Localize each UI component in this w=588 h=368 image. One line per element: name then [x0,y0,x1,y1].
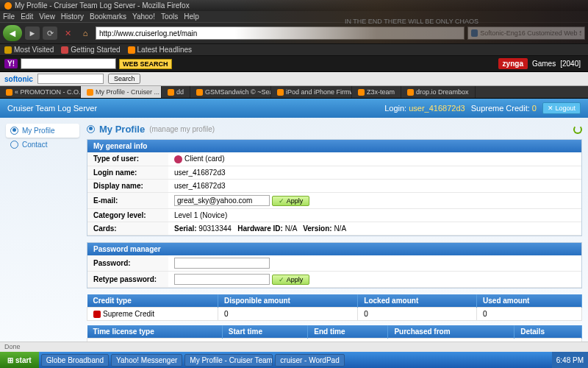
general-info-panel: My general info Type of user:Client (car… [87,139,582,236]
col-purchased-from: Purchased from [388,325,514,339]
folder-icon [4,46,12,54]
col-end-time: End time [308,325,388,339]
yahoo-search-input[interactable] [21,58,116,69]
col-locked: Locked amount [358,294,477,308]
menu-tools[interactable]: Tools [161,13,178,21]
softonic-logo[interactable]: softonic [4,75,33,83]
sidebar-item-label: My Profile [22,127,54,135]
system-tray[interactable]: 6:48 PM [552,352,588,368]
email-input[interactable] [174,195,270,206]
menu-edit[interactable]: Edit [21,13,33,21]
sidebar-item-my-profile[interactable]: My Profile [6,124,79,138]
col-start-time: Start time [222,325,307,339]
credit-table: Credit type Disponible amount Locked amo… [87,294,582,321]
col-license-type: Time license type [87,325,223,339]
taskbar-item[interactable]: My Profile - Cruiser Team... [184,354,273,367]
sidebar-item-label: Contact [22,141,47,149]
sidebar: My Profile Contact [6,124,79,349]
zynga-logo[interactable]: zynga [498,58,528,69]
bookmark-most-visited[interactable]: Most Visited [4,46,54,54]
retype-password-input[interactable] [174,274,270,285]
tab-promotion[interactable]: « PROMOTION - C.O... [0,86,81,98]
col-disponible: Disponible amount [218,294,357,308]
tab-my-profile[interactable]: My Profile - Cruiser ... [81,86,162,98]
menu-view[interactable]: View [39,13,55,21]
taskbar-item[interactable]: cruiser - WordPad [275,354,344,367]
field-value: Serial: 90313344 Hardware ID: N/A Versio… [168,222,581,235]
taskbar-item[interactable]: Globe Broadband [41,354,109,367]
menu-yahoo[interactable]: Yahoo! [132,13,155,21]
table-row: Supreme Credit 0 0 0 [87,307,582,320]
apply-email-button[interactable]: Apply [272,196,310,206]
bookmark-latest-headlines[interactable]: Latest Headlines [128,46,193,54]
menu-bookmarks[interactable]: Bookmarks [90,13,126,21]
refresh-icon[interactable] [573,125,582,134]
tab-icon [87,89,93,96]
field-label: Password: [87,255,168,272]
search-bar[interactable] [467,26,585,40]
tab-dd[interactable]: dd [162,86,190,98]
field-value: Apply [168,192,581,208]
sidebar-item-contact[interactable]: Contact [6,138,79,152]
bookmarks-toolbar: Most Visited Getting Started Latest Head… [0,44,588,56]
menu-history[interactable]: History [61,13,84,21]
browser-statusbar: Done [0,342,588,352]
zynga-badge: [2040] [560,60,581,68]
stop-button[interactable]: ✕ [60,26,75,40]
field-label: Type of user: [87,152,168,166]
col-used: Used amount [477,294,582,308]
field-label: Cards: [87,222,168,235]
yahoo-toolbar: Y! WEB SEARCH zynga Games [2040] [0,56,588,72]
softonic-search-input[interactable] [37,74,104,84]
field-label: Login name: [87,166,168,179]
col-credit-type: Credit type [87,294,218,308]
apply-password-button[interactable]: Apply [272,275,310,285]
menu-help[interactable]: Help [184,13,199,21]
menu-file[interactable]: File [3,13,15,21]
page-title: My Profile [99,124,145,135]
field-value: user_416872d3 [168,166,581,179]
tab-ipod[interactable]: iPod and iPhone Firmwa... [271,86,352,98]
password-input[interactable] [174,258,270,269]
clock: 6:48 PM [556,356,584,364]
home-button[interactable]: ⌂ [78,26,93,40]
yahoo-search-button[interactable]: WEB SEARCH [119,59,172,69]
yahoo-logo[interactable]: Y! [4,59,18,68]
supreme-credit-icon [93,311,101,318]
search-engine-icon [471,29,478,37]
page-subtitle: (manage my profile) [149,125,215,133]
window-titlebar: My Profile - Cruiser Team Log Server - M… [0,0,588,11]
firefox-icon [4,2,12,10]
main-content: My Profile (manage my profile) My genera… [87,124,582,349]
tab-z3x[interactable]: Z3x-team [352,86,401,98]
url-bar[interactable] [96,26,465,40]
profile-icon [87,125,95,133]
tab-icon [358,89,365,96]
credit-label: Supreme Credit: 0 [471,104,537,113]
tab-gsmsandwich[interactable]: GSMSandwich © ~Sear... [190,86,271,98]
col-details: Details [514,325,582,339]
search-input[interactable] [480,29,581,37]
reload-button[interactable]: ⟳ [43,26,57,40]
navigation-toolbar: ◄ ► ⟳ ✕ ⌂ [0,22,588,44]
zynga-toolbar: zynga Games [2040] [498,56,581,71]
field-label: E-mail: [87,192,168,208]
bookmark-getting-started[interactable]: Getting Started [61,46,120,54]
url-input[interactable] [99,29,461,38]
field-label: Category level: [87,208,168,222]
softonic-search-button[interactable]: Search [108,74,141,84]
app-header: Cruiser Team Log Server Login: user_4168… [0,99,588,118]
logout-button[interactable]: ✕ Logout [542,102,581,114]
forward-button[interactable]: ► [25,26,40,40]
password-panel: Password manager Password: Retype passwo… [87,242,582,289]
windows-icon: ⊞ [7,356,13,364]
tab-dropio[interactable]: drop.io Dreambox [401,86,476,98]
window-title: My Profile - Cruiser Team Log Server - M… [15,1,190,10]
field-label: Retype password: [87,271,168,287]
back-button[interactable]: ◄ [3,25,22,41]
softonic-toolbar: softonic Search [0,72,588,86]
field-value: Level 1 (Novice) [168,208,581,222]
taskbar-item[interactable]: Yahoo! Messenger [111,354,182,367]
page-icon [61,46,68,54]
start-button[interactable]: ⊞start [0,352,39,368]
